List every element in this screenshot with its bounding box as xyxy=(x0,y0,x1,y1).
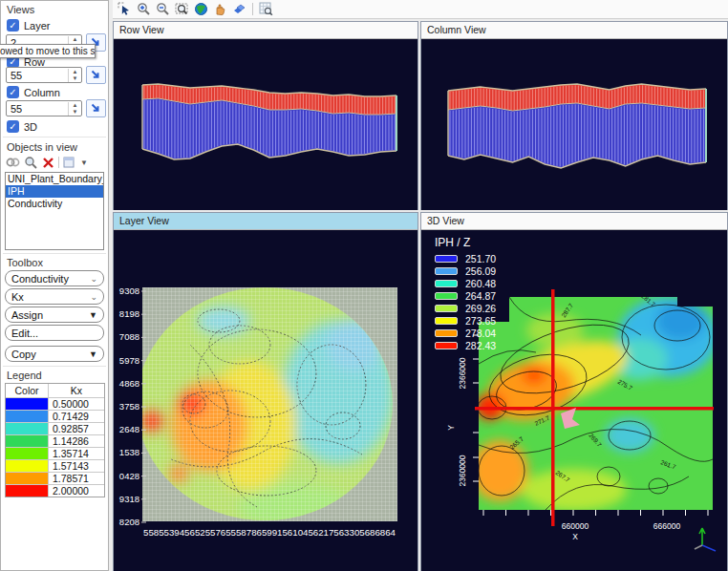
pan-hand-icon[interactable] xyxy=(212,1,228,17)
layer-y-tick: 3758 xyxy=(119,401,139,412)
column-spinner[interactable]: 55 ▲▼ xyxy=(6,100,82,116)
layer-view-panel: Layer View xyxy=(113,212,418,571)
layer-checkbox-label: Layer xyxy=(24,20,51,32)
zoom-window-icon[interactable] xyxy=(174,1,190,17)
zoom-out-icon[interactable] xyxy=(155,1,171,17)
display-options-icon[interactable] xyxy=(63,157,76,169)
link-objects-icon[interactable] xyxy=(6,156,20,169)
layer-y-tick: 9318 xyxy=(119,494,139,504)
column-checkbox[interactable]: ✓ xyxy=(7,86,19,98)
separator xyxy=(3,366,106,367)
threed-legend-value: 251.70 xyxy=(465,253,496,264)
row-spinner-value[interactable]: 55 xyxy=(7,70,68,81)
legend-row: 0.92857 xyxy=(6,422,104,434)
threed-legend-value: 273.65 xyxy=(465,315,496,327)
legend-color-swatch xyxy=(6,411,49,422)
tooltip: owed to move to this step xyxy=(0,44,96,58)
sidebar: Views ✓ Layer 2 ▲▼ ✓ Row owed to move to… xyxy=(0,0,109,571)
row-view-header[interactable]: Row View xyxy=(114,22,418,39)
select-tool-icon[interactable] xyxy=(117,1,133,17)
views-section-title: Views xyxy=(7,4,34,15)
layer-checkbox[interactable]: ✓ xyxy=(7,19,19,32)
column-checkbox-label: Column xyxy=(24,87,60,98)
row-view-canvas[interactable] xyxy=(114,39,418,210)
object-list-item[interactable]: Conductivity xyxy=(6,198,103,210)
full-extent-globe-icon[interactable] xyxy=(193,1,209,17)
threed-view-header[interactable]: 3D View xyxy=(421,213,727,230)
assign-dropdown-button[interactable]: Assign ▼ xyxy=(5,307,104,323)
legend-value: 1.57143 xyxy=(49,460,104,472)
threed-legend-row: 260.48 xyxy=(435,277,496,289)
toolbox-category-dropdown[interactable]: Conductivity ⌄ xyxy=(5,270,104,286)
threed-legend-value: 260.48 xyxy=(465,278,496,289)
legend-row: 1.35714 xyxy=(6,447,104,459)
legend-color-swatch xyxy=(6,435,49,447)
zoom-in-icon[interactable] xyxy=(136,1,152,17)
column-view-header[interactable]: Column View xyxy=(421,22,727,39)
dropdown-caret-icon: ▼ xyxy=(89,310,97,320)
threed-checkbox-row[interactable]: ✓ 3D xyxy=(7,119,37,134)
column-spinner-arrows[interactable]: ▲▼ xyxy=(68,102,81,116)
layer-y-tick: 7088 xyxy=(119,331,139,342)
threed-legend-swatch xyxy=(435,342,458,349)
threed-legend-value: 256.09 xyxy=(465,265,496,277)
column-view-panel: Column View xyxy=(420,21,728,210)
column-spinner-value[interactable]: 55 xyxy=(7,103,68,115)
row-spinner-arrows[interactable]: ▲▼ xyxy=(68,69,81,82)
layer-view-header[interactable]: Layer View xyxy=(114,213,418,230)
threed-checkbox[interactable]: ✓ xyxy=(7,120,19,133)
legend-color-swatch xyxy=(6,398,49,410)
separator xyxy=(3,253,106,254)
column-view-canvas[interactable] xyxy=(421,39,727,210)
threed-y-axis-label: Y xyxy=(446,425,456,431)
row-goto-button[interactable] xyxy=(86,66,106,84)
threed-legend-value: 264.87 xyxy=(465,290,496,302)
threed-legend-value: 282.43 xyxy=(465,340,496,351)
toolbar-separator xyxy=(252,3,253,15)
layer-view-canvas[interactable]: 9308819870885978486837582648153804289318… xyxy=(114,230,418,571)
edit-button[interactable]: Edit... xyxy=(5,325,104,341)
legend-row: 1.57143 xyxy=(6,459,104,472)
row-spinner[interactable]: 55 ▲▼ xyxy=(6,67,82,83)
threed-legend-swatch xyxy=(435,305,458,312)
legend-value: 1.14286 xyxy=(49,435,104,447)
layer-y-tick: 8208 xyxy=(119,517,139,527)
crosshair-horizontal[interactable] xyxy=(475,407,714,411)
legend-color-header: Color xyxy=(6,384,49,397)
goto-arrow-icon xyxy=(91,103,101,114)
threed-y-tick: 2366000 xyxy=(458,357,467,389)
toolbox-section-title: Toolbox xyxy=(7,257,43,268)
threed-y-tick: 2360000 xyxy=(458,455,467,486)
layer-y-tick: 4868 xyxy=(119,378,139,389)
legend-value: 0.92857 xyxy=(49,423,104,434)
object-list-item[interactable]: IPH xyxy=(6,185,103,198)
axis-triad-icon xyxy=(695,528,716,551)
threed-legend-row: 278.04 xyxy=(435,327,496,339)
column-checkbox-row[interactable]: ✓ Column xyxy=(7,85,60,99)
toolbox-parameter-dropdown[interactable]: Kx ⌄ xyxy=(5,288,104,305)
legend-color-swatch xyxy=(6,423,49,434)
layer-y-tick: 5978 xyxy=(119,355,139,366)
threed-legend-swatch xyxy=(435,280,458,287)
zoom-to-object-icon[interactable] xyxy=(24,156,38,169)
copy-label: Copy xyxy=(11,349,36,360)
threed-view-canvas[interactable]: 23660002360000Y660000666000X 287.7281.72… xyxy=(421,230,727,571)
main-area: Row View Column View Layer View xyxy=(113,0,728,571)
dropdown-caret-icon: ▼ xyxy=(89,349,97,359)
toolbox-category-value: Conductivity xyxy=(11,273,69,285)
layer-y-tick: 2648 xyxy=(119,424,139,434)
copy-dropdown-button[interactable]: Copy ▼ xyxy=(5,346,104,362)
zoom-grid-icon[interactable] xyxy=(258,1,274,17)
legend-table: Color Kx 0.500000.714290.928571.142861.3… xyxy=(5,383,105,497)
display-options-caret[interactable]: ▼ xyxy=(80,159,88,167)
remove-object-icon[interactable] xyxy=(42,157,54,169)
layer-checkbox-row[interactable]: ✓ Layer xyxy=(7,18,51,32)
threed-legend-row: 273.65 xyxy=(435,314,496,327)
threed-legend-row: 282.43 xyxy=(435,339,496,351)
move-views-icon[interactable] xyxy=(231,1,247,17)
legend-value: 1.78571 xyxy=(49,473,104,484)
legend-value: 0.71429 xyxy=(49,411,104,422)
object-list-item[interactable]: UNI_Plant_Boundary_UTM xyxy=(6,173,103,185)
column-goto-button[interactable] xyxy=(86,99,106,117)
objects-list[interactable]: UNI_Plant_Boundary_UTMIPHConductivity xyxy=(5,172,104,250)
